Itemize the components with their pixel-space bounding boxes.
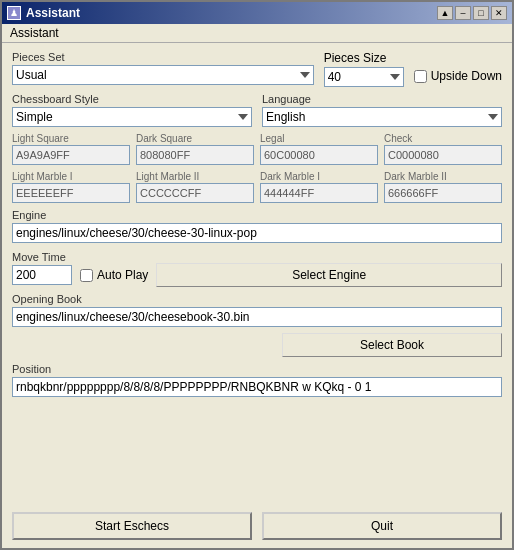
dark-marble-2-input[interactable]	[384, 183, 502, 203]
language-label: Language	[262, 93, 502, 105]
title-bar-buttons: ▲ – □ ✕	[437, 6, 507, 20]
title-bar: ♟ Assistant ▲ – □ ✕	[2, 2, 512, 24]
check-group: Check	[384, 133, 502, 165]
move-time-label: Move Time	[12, 251, 72, 263]
position-group: Position	[12, 363, 502, 397]
dark-marble-1-group: Dark Marble I	[260, 171, 378, 203]
legal-group: Legal	[260, 133, 378, 165]
main-content: Pieces Set Usual Pieces Size 40 Upside D…	[2, 43, 512, 506]
upside-down-group: Upside Down	[414, 69, 502, 83]
main-window: ♟ Assistant ▲ – □ ✕ Assistant Pieces Set…	[0, 0, 514, 550]
light-marble-1-label: Light Marble I	[12, 171, 130, 182]
dark-marble-2-group: Dark Marble II	[384, 171, 502, 203]
maximize-button[interactable]: □	[473, 6, 489, 20]
dark-square-input[interactable]	[136, 145, 254, 165]
light-marble-2-input[interactable]	[136, 183, 254, 203]
light-square-label: Light Square	[12, 133, 130, 144]
pieces-set-group: Pieces Set Usual	[12, 51, 314, 85]
app-icon: ♟	[7, 6, 21, 20]
engine-group: Engine	[12, 209, 502, 243]
dark-square-label: Dark Square	[136, 133, 254, 144]
light-marble-1-group: Light Marble I	[12, 171, 130, 203]
pieces-set-label: Pieces Set	[12, 51, 314, 63]
chessboard-style-group: Chessboard Style Simple	[12, 93, 252, 127]
move-time-row: Move Time Auto Play Select Engine	[12, 249, 502, 287]
opening-book-group: Opening Book	[12, 293, 502, 327]
light-marble-2-label: Light Marble II	[136, 171, 254, 182]
language-select[interactable]: English	[262, 107, 502, 127]
check-label: Check	[384, 133, 502, 144]
minimize-button[interactable]: –	[455, 6, 471, 20]
light-square-group: Light Square	[12, 133, 130, 165]
select-book-button[interactable]: Select Book	[282, 333, 502, 357]
close-button[interactable]: ✕	[491, 6, 507, 20]
chessboard-style-label: Chessboard Style	[12, 93, 252, 105]
language-group: Language English	[262, 93, 502, 127]
upside-down-label: Upside Down	[431, 69, 502, 83]
engine-input[interactable]	[12, 223, 502, 243]
check-input[interactable]	[384, 145, 502, 165]
chessboard-style-select[interactable]: Simple	[12, 107, 252, 127]
dark-marble-2-label: Dark Marble II	[384, 171, 502, 182]
move-time-input[interactable]	[12, 265, 72, 285]
dark-marble-1-label: Dark Marble I	[260, 171, 378, 182]
auto-play-checkbox[interactable]	[80, 269, 93, 282]
move-time-group: Move Time	[12, 251, 72, 285]
menu-bar[interactable]: Assistant	[2, 24, 512, 43]
colors-row-1: Light Square Dark Square Legal Check	[12, 133, 502, 165]
auto-play-label: Auto Play	[97, 268, 148, 282]
restore-button[interactable]: ▲	[437, 6, 453, 20]
pieces-set-select[interactable]: Usual	[12, 65, 314, 85]
pieces-row: Pieces Set Usual Pieces Size 40 Upside D…	[12, 51, 502, 87]
pieces-size-select[interactable]: 40	[324, 67, 404, 87]
position-input[interactable]	[12, 377, 502, 397]
quit-button[interactable]: Quit	[262, 512, 502, 540]
select-engine-button[interactable]: Select Engine	[156, 263, 502, 287]
bottom-buttons: Start Eschecs Quit	[2, 506, 512, 548]
dark-square-group: Dark Square	[136, 133, 254, 165]
legal-input[interactable]	[260, 145, 378, 165]
select-book-row: Select Book	[12, 333, 502, 357]
menu-assistant[interactable]: Assistant	[10, 26, 59, 40]
style-language-row: Chessboard Style Simple Language English	[12, 93, 502, 127]
window-title: Assistant	[26, 6, 80, 20]
engine-label: Engine	[12, 209, 502, 221]
legal-label: Legal	[260, 133, 378, 144]
opening-book-label: Opening Book	[12, 293, 502, 305]
pieces-size-group: Pieces Size 40	[324, 51, 404, 87]
upside-down-checkbox[interactable]	[414, 70, 427, 83]
dark-marble-1-input[interactable]	[260, 183, 378, 203]
light-square-input[interactable]	[12, 145, 130, 165]
position-label: Position	[12, 363, 502, 375]
title-bar-left: ♟ Assistant	[7, 6, 80, 20]
opening-book-input[interactable]	[12, 307, 502, 327]
colors-row-2: Light Marble I Light Marble II Dark Marb…	[12, 171, 502, 203]
pieces-size-label: Pieces Size	[324, 51, 404, 65]
auto-play-group: Auto Play	[80, 268, 148, 282]
start-button[interactable]: Start Eschecs	[12, 512, 252, 540]
light-marble-1-input[interactable]	[12, 183, 130, 203]
light-marble-2-group: Light Marble II	[136, 171, 254, 203]
